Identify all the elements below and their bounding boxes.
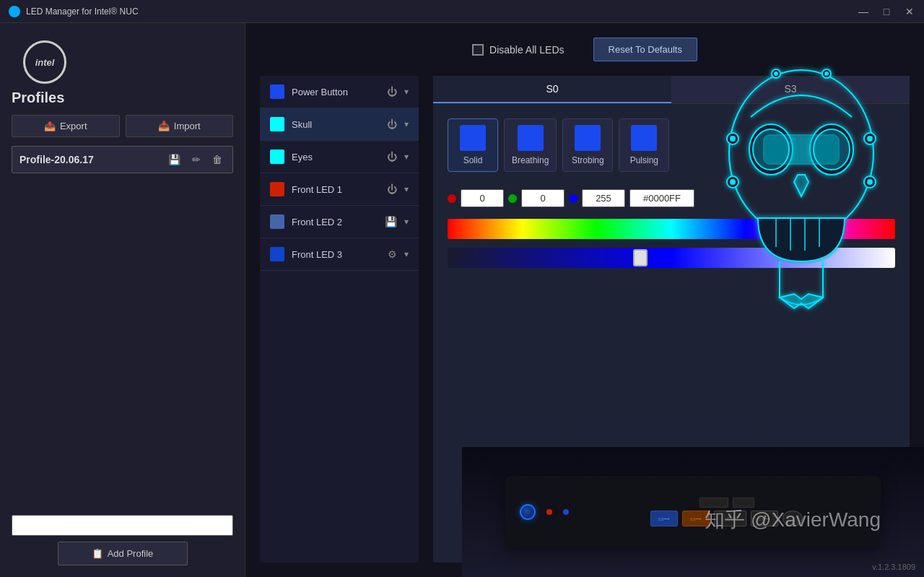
profile-delete-button[interactable]: 🗑 — [209, 152, 225, 167]
profile-name: Profile-20.06.17 — [19, 154, 165, 165]
gear-icon-front3: ⚙ — [388, 248, 397, 260]
chevron-down-icon-front3: ▾ — [404, 249, 409, 259]
add-profile-area: 📋 Add Profile — [12, 515, 233, 565]
import-button[interactable]: 📥 Import — [126, 115, 234, 137]
profile-actions: 💾 ✏ 🗑 — [165, 152, 225, 167]
led-color-front2 — [270, 214, 284, 229]
svg-point-11 — [731, 136, 735, 141]
profile-save-button[interactable]: 💾 — [165, 152, 183, 167]
title-bar: LED Manager for Intel® NUC — □ ✕ — [0, 0, 924, 23]
svg-point-4 — [753, 129, 789, 170]
profile-item[interactable]: Profile-20.06.17 💾 ✏ 🗑 — [12, 146, 233, 173]
effect-solid[interactable]: Solid — [448, 118, 498, 172]
disable-label: Disable All LEDs — [489, 44, 565, 56]
profile-edit-button[interactable]: ✏ — [189, 152, 204, 167]
version-text: v.1.2.3.1809 — [872, 563, 915, 571]
maximize-button[interactable]: □ — [881, 6, 892, 17]
close-button[interactable]: ✕ — [904, 6, 915, 17]
skull-art — [693, 38, 910, 387]
sidebar: intel Profiles 📤 Export 📥 Import Profile… — [0, 23, 245, 577]
led-color-eyes — [270, 149, 284, 164]
chevron-down-icon-front1: ▾ — [404, 184, 409, 194]
export-icon: 📤 — [44, 121, 56, 131]
export-button[interactable]: 📤 Export — [12, 115, 120, 137]
svg-point-13 — [868, 136, 872, 141]
chevron-down-icon-skull: ▾ — [404, 119, 409, 129]
minimize-button[interactable]: — — [858, 6, 869, 17]
led-item-front3[interactable]: Front LED 3 ⚙ ▾ — [260, 238, 419, 271]
reset-button[interactable]: Reset To Defaults — [593, 38, 697, 61]
led-item-skull[interactable]: Skull ⏻ ▾ — [260, 108, 419, 141]
blue-input[interactable] — [582, 189, 625, 207]
red-input[interactable] — [461, 189, 504, 207]
brightness-thumb[interactable] — [633, 249, 648, 266]
profiles-title: Profiles — [12, 90, 233, 106]
save-icon-front2: 💾 — [385, 216, 397, 227]
effect-pulsing[interactable]: Pulsing — [619, 118, 669, 172]
led-item-eyes[interactable]: Eyes ⏻ ▾ — [260, 141, 419, 173]
svg-point-21 — [825, 72, 828, 75]
chevron-down-icon-front2: ▾ — [404, 217, 409, 227]
led-color-skull — [270, 117, 284, 131]
effect-strobing[interactable]: Strobing — [562, 118, 613, 172]
power-icon-skull: ⏻ — [387, 118, 397, 130]
led-item-front1[interactable]: Front LED 1 ⏻ ▾ — [260, 173, 419, 206]
disable-checkbox-area: Disable All LEDs — [472, 44, 565, 56]
effect-solid-preview — [460, 125, 486, 151]
led-color-power — [270, 84, 284, 99]
import-icon: 📥 — [158, 121, 170, 131]
svg-point-17 — [868, 180, 872, 184]
tab-s0[interactable]: S0 — [433, 76, 671, 103]
led-color-front3 — [270, 247, 284, 261]
sidebar-buttons: 📤 Export 📥 Import — [12, 115, 233, 137]
red-dot — [448, 194, 456, 203]
led-item-power-button[interactable]: Power Button ⏻ ▾ — [260, 76, 419, 108]
led-color-front1 — [270, 182, 284, 196]
content-area: Disable All LEDs Reset To Defaults Power… — [245, 23, 924, 577]
svg-point-15 — [731, 180, 735, 184]
power-icon-front1: ⏻ — [387, 183, 397, 195]
svg-point-5 — [814, 129, 850, 170]
nuc-power-button — [520, 504, 536, 520]
usb-port-1: SS⟶ — [650, 511, 678, 526]
title-bar-title: LED Manager for Intel® NUC — [26, 6, 139, 17]
profile-name-input[interactable] — [12, 515, 233, 536]
watermark: 知乎 @XavierWang — [705, 506, 881, 534]
green-dot — [508, 194, 517, 203]
disable-checkbox[interactable] — [472, 44, 484, 56]
title-bar-icon — [9, 6, 20, 17]
led-list: Power Button ⏻ ▾ Skull ⏻ ▾ Eyes ⏻ ▾ — [260, 76, 419, 563]
hex-input[interactable] — [629, 189, 694, 207]
chevron-down-icon: ▾ — [404, 87, 409, 97]
title-bar-controls: — □ ✕ — [858, 6, 915, 17]
intel-logo: intel — [23, 40, 66, 84]
led-item-front2[interactable]: Front LED 2 💾 ▾ — [260, 206, 419, 238]
svg-point-19 — [775, 72, 777, 75]
nuc-blue-led — [563, 509, 569, 515]
nuc-red-led — [546, 509, 552, 515]
effect-pulsing-preview — [631, 125, 657, 151]
effect-breathing-preview — [518, 125, 544, 151]
effect-breathing[interactable]: Breathing — [504, 118, 557, 172]
main-container: intel Profiles 📤 Export 📥 Import Profile… — [0, 23, 924, 577]
blue-dot — [569, 194, 578, 203]
chevron-down-icon-eyes: ▾ — [404, 152, 409, 162]
green-input[interactable] — [521, 189, 565, 207]
add-profile-button[interactable]: 📋 Add Profile — [58, 542, 188, 565]
power-icon-eyes: ⏻ — [387, 151, 397, 162]
add-icon: 📋 — [92, 548, 103, 559]
power-icon: ⏻ — [387, 86, 397, 97]
effect-strobing-preview — [575, 125, 601, 151]
